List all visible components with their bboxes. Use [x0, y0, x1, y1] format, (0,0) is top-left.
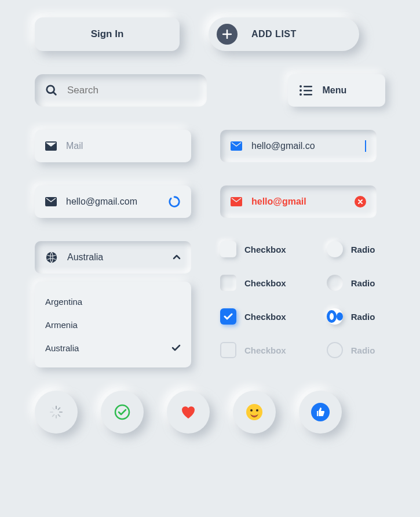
- dropdown-selected: Australia: [67, 252, 163, 263]
- menu-button[interactable]: Menu: [288, 74, 386, 107]
- thumbs-up-icon: [311, 402, 330, 422]
- svg-point-20: [256, 409, 258, 412]
- globe-icon: [45, 251, 58, 264]
- menu-icon: [300, 85, 312, 96]
- dropdown-option[interactable]: Argentina: [35, 290, 191, 313]
- checkbox-raised[interactable]: [220, 241, 236, 257]
- search-field[interactable]: [67, 85, 196, 96]
- mail-value: hello@gmail.com: [66, 196, 159, 207]
- radio-label: Radio: [351, 312, 375, 322]
- radio-label: Radio: [351, 245, 375, 254]
- checkbox-inset[interactable]: [220, 275, 236, 291]
- search-input[interactable]: [35, 74, 207, 107]
- check-circle-icon: [114, 403, 131, 421]
- spinner-icon: [49, 405, 64, 420]
- svg-point-3: [300, 89, 302, 92]
- country-dropdown[interactable]: Australia: [35, 241, 191, 274]
- emoji-icon: [246, 403, 263, 421]
- checkbox-label: Checkbox: [244, 245, 286, 254]
- svg-rect-4: [304, 90, 312, 92]
- svg-point-8: [46, 252, 57, 263]
- check-icon: [171, 344, 181, 351]
- radio-label: Radio: [351, 345, 375, 355]
- mail-placeholder: Mail: [66, 141, 181, 151]
- mail-icon: [231, 197, 242, 206]
- signin-label: Sign In: [91, 28, 124, 40]
- text-cursor: [365, 140, 366, 152]
- mail-value: hello@gmail: [251, 196, 345, 207]
- mail-value: hello@gmail.co: [251, 141, 355, 151]
- addlist-button[interactable]: ADD LIST: [209, 17, 359, 51]
- dropdown-list: Argentina Armenia Australia: [35, 282, 191, 367]
- dropdown-option[interactable]: Australia: [35, 336, 191, 359]
- svg-point-17: [115, 405, 129, 419]
- svg-rect-2: [304, 86, 312, 88]
- svg-line-14: [53, 415, 54, 417]
- like-button[interactable]: [299, 391, 342, 434]
- checkbox-checked[interactable]: [220, 308, 236, 325]
- dropdown-option[interactable]: Armenia: [35, 313, 191, 336]
- mail-icon: [231, 141, 242, 151]
- mail-icon: [45, 141, 57, 151]
- radio-inset[interactable]: [327, 275, 343, 291]
- svg-line-10: [59, 408, 60, 410]
- mail-input-typing[interactable]: hello@gmail.co: [220, 130, 377, 162]
- error-icon[interactable]: [355, 196, 366, 207]
- mail-icon: [45, 197, 57, 206]
- radio-disabled: [327, 342, 343, 358]
- checkbox-disabled: [220, 342, 236, 358]
- emoji-button[interactable]: [233, 391, 276, 434]
- svg-point-1: [300, 85, 302, 88]
- mail-input-loading[interactable]: hello@gmail.com: [35, 185, 191, 218]
- spinner-icon: [168, 195, 181, 208]
- success-button[interactable]: [101, 391, 144, 434]
- loading-button[interactable]: [35, 391, 78, 434]
- heart-button[interactable]: [167, 391, 210, 434]
- radio-label: Radio: [351, 278, 375, 288]
- plus-icon: [217, 24, 238, 45]
- mail-input-empty[interactable]: Mail: [35, 130, 191, 162]
- chevron-up-icon: [173, 254, 181, 260]
- svg-point-19: [250, 409, 253, 412]
- svg-line-16: [53, 408, 54, 410]
- radio-raised[interactable]: [327, 241, 343, 257]
- signin-button[interactable]: Sign In: [35, 17, 180, 51]
- svg-point-18: [246, 404, 262, 420]
- radio-checked[interactable]: [327, 308, 343, 325]
- svg-rect-6: [304, 94, 312, 96]
- svg-line-12: [59, 415, 60, 417]
- svg-point-5: [300, 93, 302, 96]
- search-icon: [45, 84, 58, 97]
- addlist-label: ADD LIST: [251, 29, 297, 39]
- checkbox-label: Checkbox: [244, 278, 286, 288]
- mail-input-error[interactable]: hello@gmail: [220, 185, 377, 218]
- menu-label: Menu: [323, 85, 347, 96]
- checkbox-label: Checkbox: [244, 312, 286, 322]
- heart-icon: [180, 405, 196, 420]
- checkbox-label: Checkbox: [244, 345, 286, 355]
